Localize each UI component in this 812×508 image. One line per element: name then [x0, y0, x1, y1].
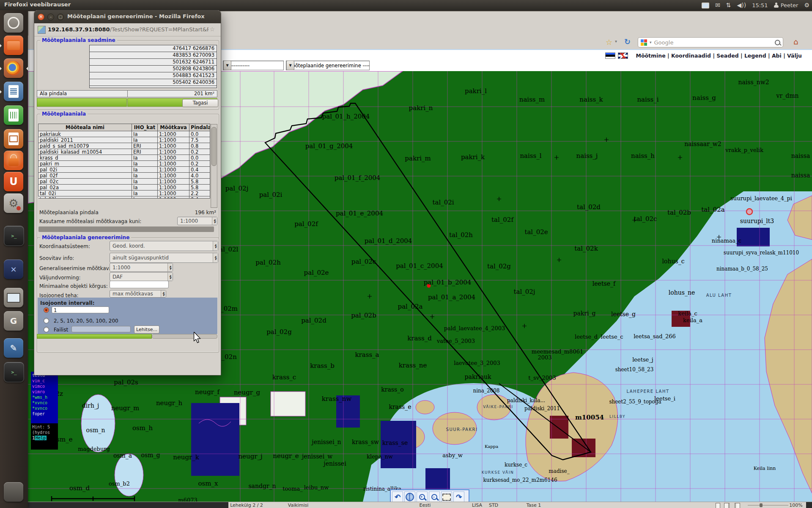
calc-icon[interactable] — [4, 105, 23, 125]
volume-icon[interactable]: ◀)) — [737, 0, 746, 10]
zoom-slider[interactable] — [748, 505, 788, 505]
lehitse-button[interactable]: Lehitse... — [134, 326, 159, 334]
coordinate-row[interactable]: 476417 6266876 — [89, 45, 217, 52]
status-item[interactable]: LISA — [472, 502, 482, 508]
redo-button[interactable]: ↷ — [453, 491, 464, 502]
mail-icon[interactable]: ✉ — [715, 0, 720, 10]
dash-icon[interactable] — [4, 13, 23, 33]
globe-button[interactable] — [404, 491, 415, 502]
table-row[interactable]: pal_02aIa1:10005.8 — [38, 184, 211, 190]
terminal-window[interactable]: testdvim_cvimcovimro*wms_h*xvnco*xvncofo… — [31, 372, 58, 450]
coordinate-row[interactable]: 505402 6240036 — [89, 79, 217, 86]
table-row[interactable]: pakri_mIa1:10000.2 — [38, 160, 211, 167]
koordinaatsysteem-spinner[interactable]: Geod. koord.▲▼ — [110, 241, 218, 251]
maximize-button[interactable]: ▢ — [57, 14, 64, 20]
dropdown-arrow-icon[interactable]: ▼ — [223, 61, 231, 70]
zoom-slider-thumb[interactable] — [760, 503, 763, 507]
menu-link-abi[interactable]: Abi — [772, 52, 782, 59]
menu-link-koordinaadid[interactable]: Koordinaadid — [671, 52, 711, 59]
file-path-input[interactable] — [71, 326, 131, 332]
terminal-icon[interactable]: >_ — [4, 226, 24, 246]
app-misc-icon[interactable] — [4, 482, 23, 502]
status-item[interactable]: 100% — [789, 502, 802, 508]
clock[interactable]: 15:51 — [752, 2, 768, 8]
book-view-icon[interactable] — [735, 503, 740, 508]
minimize-button[interactable]: – — [47, 14, 54, 20]
table-row[interactable]: pald_s_sad_m10079ERI1:10000.8 — [38, 143, 211, 149]
estonian-flag-icon[interactable] — [605, 52, 615, 59]
table-header[interactable]: Mõõteala nimi — [38, 124, 132, 131]
status-item[interactable]: Vaikimisi — [288, 502, 308, 508]
table-row[interactable]: pal_02fIa1:10004.0 — [38, 172, 211, 179]
select-rect-button[interactable] — [441, 491, 452, 502]
table-row[interactable]: paldiski_2011Ia1:10007.5 — [38, 137, 211, 143]
firefox-icon[interactable] — [4, 58, 23, 78]
spinner-arrows-icon[interactable]: ▲▼ — [212, 217, 217, 225]
fkey-label[interactable]: Help — [35, 436, 47, 440]
table-row[interactable]: pakriaukIa1:10000.0 — [38, 131, 211, 137]
tools-icon[interactable]: ✎ — [4, 338, 23, 358]
remote-desktop-icon[interactable] — [702, 3, 709, 8]
table-row[interactable]: pal_02iIa1:10000.4 — [38, 166, 211, 173]
files-icon[interactable] — [4, 36, 23, 55]
menu-link-seaded[interactable]: Seaded — [716, 52, 738, 59]
gear-icon[interactable]: ⚙ — [804, 0, 809, 10]
table-row[interactable]: tal_02bIa1:10000.4 — [38, 196, 211, 199]
gimp-icon[interactable]: G — [4, 311, 23, 331]
zoom-in-button[interactable]: + — [417, 491, 428, 502]
impress-icon[interactable] — [4, 129, 23, 149]
moodkava-spinner[interactable]: 1:1000▲▼ — [110, 263, 173, 272]
coordinate-row[interactable]: 504883 6241523 — [89, 72, 217, 79]
search-engine-dropdown-icon[interactable]: ▾ — [650, 40, 652, 44]
coordinate-row[interactable]: 502808 6243806 — [89, 65, 217, 72]
coordinate-row[interactable]: 501632 6246711 — [89, 58, 217, 66]
uk-flag-icon[interactable] — [618, 52, 628, 59]
interval-radio-standard[interactable] — [44, 318, 49, 323]
bookmark-star-icon[interactable]: ☆ — [606, 38, 612, 47]
soovitav-info-spinner[interactable]: ainult sügavuspunktid▲▼ — [110, 253, 218, 263]
coordinate-row[interactable] — [89, 86, 217, 88]
writer-icon[interactable] — [4, 82, 23, 101]
valjundvorming-spinner[interactable]: DAF▲▼ — [110, 272, 173, 281]
terminal2-icon[interactable]: >_ — [4, 362, 24, 382]
coordinate-row[interactable]: 483853 6270093 — [89, 52, 217, 59]
mode-select[interactable]: Mõõteplaanide genereerimine ---- ▼ — [286, 61, 370, 70]
close-button[interactable]: ✕ — [38, 14, 44, 20]
search-icon[interactable] — [775, 40, 780, 45]
zoom-out-button[interactable]: − — [429, 491, 440, 502]
status-item[interactable]: Lehekülg 2 / 2 — [230, 502, 263, 508]
displays-icon[interactable] — [4, 288, 23, 307]
menu-link-välju[interactable]: Välju — [787, 52, 802, 59]
table-row[interactable]: pal_02cIa1:10005.8 — [38, 178, 211, 185]
interval-input[interactable]: 1 — [52, 306, 109, 313]
table-scrollbar[interactable] — [211, 124, 217, 208]
dropdown-arrow-icon[interactable]: ▼ — [286, 61, 294, 70]
settings-icon[interactable]: ⚙ — [4, 193, 23, 213]
home-icon[interactable]: ⌂ — [793, 37, 798, 46]
user-menu[interactable]: Peeter — [774, 2, 798, 8]
table-row[interactable]: tal_02iIa1:10002.2 — [38, 190, 211, 196]
bookmark-dropdown-icon[interactable]: ▾ — [615, 39, 617, 44]
status-item[interactable]: Eesti — [420, 502, 431, 508]
scale-spinner[interactable]: 1:1000▲▼ — [177, 217, 217, 225]
table-header[interactable]: IHO_kat — [132, 124, 158, 131]
ubuntu-one-icon[interactable]: U — [4, 172, 23, 191]
single-page-view-icon[interactable] — [716, 503, 720, 508]
url-bar[interactable]: 192.168.37.91:8080/Test/Show?REQUEST=MPl… — [34, 23, 221, 36]
table-row[interactable]: paldiski_kalasad_m10054ERI1:10000.2 — [38, 149, 211, 155]
multi-page-view-icon[interactable] — [724, 503, 730, 508]
reload-icon[interactable]: ↻ — [624, 37, 631, 46]
isojooned-spinner[interactable]: max mõõtkavas▲▼ — [110, 290, 166, 298]
table-row[interactable]: krass_dIa1:10000.0 — [38, 155, 211, 161]
software-center-icon[interactable] — [4, 151, 23, 170]
app-x-icon[interactable]: ✕ — [4, 260, 23, 279]
undo-button[interactable]: ↶ — [392, 491, 403, 502]
interval-radio-file[interactable] — [44, 327, 49, 332]
sync-icon[interactable]: ⇅ — [726, 0, 731, 10]
layer-select[interactable]: -------------- ▼ — [223, 61, 284, 70]
min-korgus-input[interactable] — [110, 281, 169, 288]
horizontal-scrollbar[interactable] — [38, 226, 214, 232]
url-star-icon[interactable]: ☆ — [209, 26, 215, 33]
search-engine-icon[interactable] — [641, 39, 647, 46]
table-header[interactable]: Mõõtkava — [157, 124, 189, 131]
